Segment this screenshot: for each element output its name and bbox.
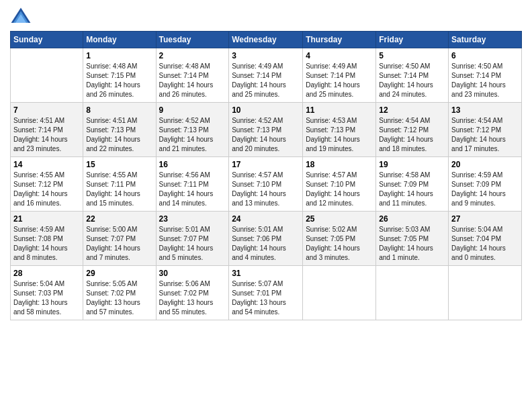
day-cell: 14Sunrise: 4:55 AMSunset: 7:12 PMDayligh… bbox=[11, 157, 83, 212]
col-header-monday: Monday bbox=[83, 32, 156, 48]
day-cell: 2Sunrise: 4:48 AMSunset: 7:14 PMDaylight… bbox=[156, 48, 229, 103]
day-number: 3 bbox=[232, 51, 300, 60]
day-cell: 4Sunrise: 4:49 AMSunset: 7:14 PMDaylight… bbox=[303, 48, 376, 103]
day-cell: 18Sunrise: 4:57 AMSunset: 7:10 PMDayligh… bbox=[303, 157, 376, 212]
page-container: SundayMondayTuesdayWednesdayThursdayFrid… bbox=[0, 0, 532, 327]
day-cell: 5Sunrise: 4:50 AMSunset: 7:14 PMDaylight… bbox=[376, 48, 449, 103]
day-info: Sunrise: 4:59 AMSunset: 7:08 PMDaylight:… bbox=[13, 225, 80, 263]
day-number: 8 bbox=[86, 105, 152, 115]
day-info: Sunrise: 5:01 AMSunset: 7:07 PMDaylight:… bbox=[159, 225, 226, 263]
day-cell bbox=[376, 266, 449, 320]
day-cell: 1Sunrise: 4:48 AMSunset: 7:15 PMDaylight… bbox=[83, 48, 156, 103]
day-cell: 11Sunrise: 4:53 AMSunset: 7:13 PMDayligh… bbox=[303, 103, 376, 157]
day-info: Sunrise: 5:06 AMSunset: 7:02 PMDaylight:… bbox=[159, 279, 226, 317]
week-row-4: 21Sunrise: 4:59 AMSunset: 7:08 PMDayligh… bbox=[11, 212, 522, 266]
day-info: Sunrise: 4:50 AMSunset: 7:14 PMDaylight:… bbox=[379, 62, 445, 99]
day-cell: 26Sunrise: 5:03 AMSunset: 7:05 PMDayligh… bbox=[376, 212, 449, 266]
day-number: 2 bbox=[159, 51, 226, 60]
week-row-2: 7Sunrise: 4:51 AMSunset: 7:14 PMDaylight… bbox=[11, 103, 522, 157]
day-info: Sunrise: 5:04 AMSunset: 7:03 PMDaylight:… bbox=[13, 279, 80, 317]
day-info: Sunrise: 4:51 AMSunset: 7:14 PMDaylight:… bbox=[13, 116, 80, 154]
day-number: 24 bbox=[232, 214, 300, 224]
day-cell: 6Sunrise: 4:50 AMSunset: 7:14 PMDaylight… bbox=[449, 48, 522, 103]
day-cell: 16Sunrise: 4:56 AMSunset: 7:11 PMDayligh… bbox=[156, 157, 229, 212]
day-cell: 7Sunrise: 4:51 AMSunset: 7:14 PMDaylight… bbox=[11, 103, 83, 157]
calendar-table: SundayMondayTuesdayWednesdayThursdayFrid… bbox=[10, 31, 522, 320]
day-info: Sunrise: 4:49 AMSunset: 7:14 PMDaylight:… bbox=[306, 62, 373, 99]
day-number: 13 bbox=[451, 105, 519, 115]
day-cell: 15Sunrise: 4:55 AMSunset: 7:11 PMDayligh… bbox=[83, 157, 156, 212]
day-cell: 20Sunrise: 4:59 AMSunset: 7:09 PMDayligh… bbox=[449, 157, 522, 212]
day-number: 26 bbox=[379, 214, 445, 224]
day-cell: 9Sunrise: 4:52 AMSunset: 7:13 PMDaylight… bbox=[156, 103, 229, 157]
day-info: Sunrise: 5:05 AMSunset: 7:02 PMDaylight:… bbox=[86, 279, 152, 317]
day-info: Sunrise: 4:55 AMSunset: 7:11 PMDaylight:… bbox=[86, 171, 152, 208]
col-header-thursday: Thursday bbox=[303, 32, 376, 48]
day-cell: 25Sunrise: 5:02 AMSunset: 7:05 PMDayligh… bbox=[303, 212, 376, 266]
day-info: Sunrise: 4:55 AMSunset: 7:12 PMDaylight:… bbox=[13, 171, 80, 208]
day-info: Sunrise: 4:56 AMSunset: 7:11 PMDaylight:… bbox=[159, 171, 226, 208]
day-number: 10 bbox=[232, 105, 300, 115]
day-info: Sunrise: 5:02 AMSunset: 7:05 PMDaylight:… bbox=[306, 225, 373, 263]
day-cell bbox=[449, 266, 522, 320]
day-info: Sunrise: 4:54 AMSunset: 7:12 PMDaylight:… bbox=[451, 116, 519, 154]
day-cell: 3Sunrise: 4:49 AMSunset: 7:14 PMDaylight… bbox=[229, 48, 303, 103]
day-number: 12 bbox=[379, 105, 445, 115]
day-number: 22 bbox=[86, 214, 152, 224]
day-number: 21 bbox=[13, 214, 80, 224]
day-info: Sunrise: 4:51 AMSunset: 7:13 PMDaylight:… bbox=[86, 116, 152, 154]
week-row-3: 14Sunrise: 4:55 AMSunset: 7:12 PMDayligh… bbox=[11, 157, 522, 212]
day-number: 17 bbox=[232, 160, 300, 169]
day-number: 25 bbox=[306, 214, 373, 224]
day-number: 19 bbox=[379, 160, 445, 169]
header-row: SundayMondayTuesdayWednesdayThursdayFrid… bbox=[11, 32, 522, 48]
day-number: 14 bbox=[13, 160, 80, 169]
day-cell: 24Sunrise: 5:01 AMSunset: 7:06 PMDayligh… bbox=[229, 212, 303, 266]
day-info: Sunrise: 5:00 AMSunset: 7:07 PMDaylight:… bbox=[86, 225, 152, 263]
day-number: 5 bbox=[379, 51, 445, 60]
day-cell: 19Sunrise: 4:58 AMSunset: 7:09 PMDayligh… bbox=[376, 157, 449, 212]
day-number: 6 bbox=[451, 51, 519, 60]
day-number: 16 bbox=[159, 160, 226, 169]
day-info: Sunrise: 4:49 AMSunset: 7:14 PMDaylight:… bbox=[232, 62, 300, 99]
day-number: 28 bbox=[13, 269, 80, 278]
day-cell: 8Sunrise: 4:51 AMSunset: 7:13 PMDaylight… bbox=[83, 103, 156, 157]
day-number: 9 bbox=[159, 105, 226, 115]
day-number: 11 bbox=[306, 105, 373, 115]
header bbox=[10, 7, 522, 26]
day-info: Sunrise: 4:52 AMSunset: 7:13 PMDaylight:… bbox=[159, 116, 226, 154]
day-info: Sunrise: 4:48 AMSunset: 7:14 PMDaylight:… bbox=[159, 62, 226, 99]
day-info: Sunrise: 5:07 AMSunset: 7:01 PMDaylight:… bbox=[232, 279, 300, 317]
day-info: Sunrise: 4:57 AMSunset: 7:10 PMDaylight:… bbox=[306, 171, 373, 208]
col-header-saturday: Saturday bbox=[449, 32, 522, 48]
logo-icon bbox=[10, 7, 32, 26]
day-info: Sunrise: 4:50 AMSunset: 7:14 PMDaylight:… bbox=[451, 62, 519, 99]
week-row-5: 28Sunrise: 5:04 AMSunset: 7:03 PMDayligh… bbox=[11, 266, 522, 320]
day-number: 4 bbox=[306, 51, 373, 60]
day-number: 7 bbox=[13, 105, 80, 115]
day-number: 15 bbox=[86, 160, 152, 169]
day-info: Sunrise: 4:57 AMSunset: 7:10 PMDaylight:… bbox=[232, 171, 300, 208]
day-cell bbox=[303, 266, 376, 320]
day-cell bbox=[11, 48, 83, 103]
day-cell: 29Sunrise: 5:05 AMSunset: 7:02 PMDayligh… bbox=[83, 266, 156, 320]
logo bbox=[10, 7, 34, 26]
day-number: 23 bbox=[159, 214, 226, 224]
day-cell: 10Sunrise: 4:52 AMSunset: 7:13 PMDayligh… bbox=[229, 103, 303, 157]
day-cell: 27Sunrise: 5:04 AMSunset: 7:04 PMDayligh… bbox=[449, 212, 522, 266]
col-header-wednesday: Wednesday bbox=[229, 32, 303, 48]
day-number: 18 bbox=[306, 160, 373, 169]
day-number: 31 bbox=[232, 269, 300, 278]
day-cell: 30Sunrise: 5:06 AMSunset: 7:02 PMDayligh… bbox=[156, 266, 229, 320]
day-info: Sunrise: 4:58 AMSunset: 7:09 PMDaylight:… bbox=[379, 171, 445, 208]
day-info: Sunrise: 5:04 AMSunset: 7:04 PMDaylight:… bbox=[451, 225, 519, 263]
day-info: Sunrise: 4:48 AMSunset: 7:15 PMDaylight:… bbox=[86, 62, 152, 99]
col-header-tuesday: Tuesday bbox=[156, 32, 229, 48]
day-info: Sunrise: 4:52 AMSunset: 7:13 PMDaylight:… bbox=[232, 116, 300, 154]
day-cell: 23Sunrise: 5:01 AMSunset: 7:07 PMDayligh… bbox=[156, 212, 229, 266]
day-number: 20 bbox=[451, 160, 519, 169]
day-number: 27 bbox=[451, 214, 519, 224]
day-info: Sunrise: 5:01 AMSunset: 7:06 PMDaylight:… bbox=[232, 225, 300, 263]
day-number: 1 bbox=[86, 51, 152, 60]
day-cell: 12Sunrise: 4:54 AMSunset: 7:12 PMDayligh… bbox=[376, 103, 449, 157]
